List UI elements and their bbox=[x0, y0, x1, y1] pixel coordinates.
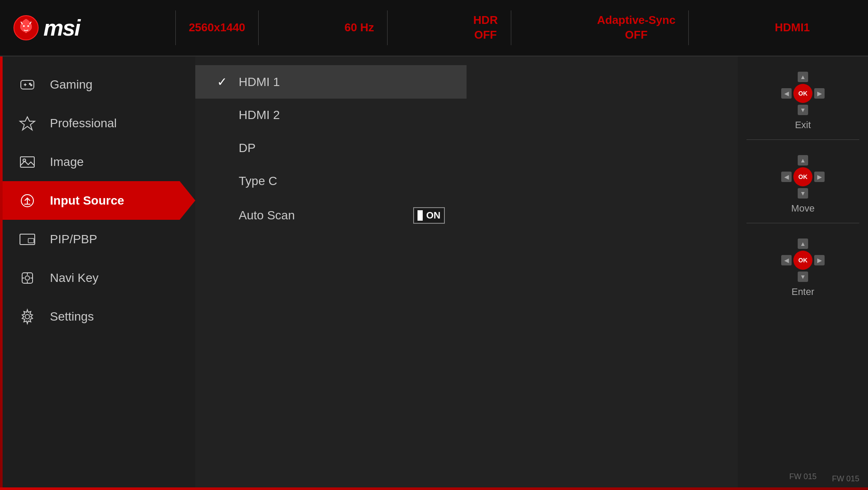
move-control: ◀ ▲ OK ▶ ▼ Move bbox=[781, 155, 825, 214]
hdr-value: OFF bbox=[474, 28, 497, 43]
svg-point-17 bbox=[25, 276, 30, 280]
svg-point-7 bbox=[30, 84, 32, 86]
enter-label: Enter bbox=[792, 286, 815, 298]
enter-control: ◀ ▲ OK ▶ ▼ Enter bbox=[781, 238, 825, 298]
svg-rect-9 bbox=[20, 157, 34, 167]
move-dpad: ◀ ▲ OK ▶ ▼ bbox=[781, 155, 825, 199]
adaptive-sync-label: Adaptive-Sync bbox=[597, 13, 676, 28]
red-accent-bottom bbox=[0, 487, 868, 490]
logo-area: msi bbox=[0, 15, 130, 41]
fw-version: FW 015 bbox=[789, 472, 816, 481]
professional-label: Professional bbox=[50, 116, 117, 130]
input-source-icon bbox=[17, 191, 37, 210]
option-type-c[interactable]: Type C bbox=[195, 165, 467, 198]
resolution-stat: 2560x1440 bbox=[175, 10, 259, 45]
refresh-rate-stat: 60 Hz bbox=[332, 10, 388, 45]
fw-version-bottom: FW 015 bbox=[832, 474, 859, 483]
move-left-arrow[interactable]: ◀ bbox=[781, 172, 792, 182]
input-source-label: Input Source bbox=[50, 194, 124, 208]
right-panel: ◀ ▲ OK ▶ ▼ Exit ◀ ▲ OK ▶ ▼ Move bbox=[738, 56, 868, 490]
toggle-on-text: ON bbox=[426, 210, 441, 221]
move-right-arrow[interactable]: ▶ bbox=[814, 172, 825, 182]
exit-right-arrow[interactable]: ▶ bbox=[814, 88, 825, 99]
exit-dpad: ◀ ▲ OK ▶ ▼ bbox=[781, 72, 825, 115]
option-dp[interactable]: DP bbox=[195, 132, 467, 165]
exit-label: Exit bbox=[795, 119, 811, 131]
sidebar-item-image[interactable]: Image bbox=[0, 142, 195, 181]
enter-ok-label: OK bbox=[799, 257, 808, 264]
auto-scan-toggle[interactable]: ON bbox=[413, 207, 445, 224]
divider-2 bbox=[746, 223, 859, 223]
header: msi 2560x1440 60 Hz HDR OFF Adaptive-Syn… bbox=[0, 0, 868, 56]
svg-point-1 bbox=[23, 25, 25, 27]
move-up-arrow[interactable]: ▲ bbox=[798, 155, 808, 166]
pip-pbp-label: PIP/PBP bbox=[50, 232, 97, 246]
svg-marker-8 bbox=[20, 117, 35, 130]
msi-logo-text: msi bbox=[43, 15, 80, 41]
red-accent-left bbox=[0, 56, 3, 490]
msi-dragon-icon bbox=[13, 15, 39, 41]
move-down-arrow[interactable]: ▼ bbox=[798, 188, 808, 199]
refresh-rate-value: 60 Hz bbox=[345, 20, 374, 35]
main-content: Gaming Professional Image bbox=[0, 56, 868, 490]
option-auto-scan[interactable]: Auto Scan ON bbox=[195, 198, 467, 233]
navi-key-label: Navi Key bbox=[50, 271, 99, 285]
settings-icon bbox=[17, 307, 37, 326]
empty-panel bbox=[467, 56, 738, 490]
gaming-label: Gaming bbox=[50, 78, 92, 92]
resolution-value: 2560x1440 bbox=[189, 20, 245, 35]
exit-left-arrow[interactable]: ◀ bbox=[781, 88, 792, 99]
sidebar-item-pip-pbp[interactable]: PIP/PBP bbox=[0, 220, 195, 258]
enter-left-arrow[interactable]: ◀ bbox=[781, 255, 792, 265]
exit-up-arrow[interactable]: ▲ bbox=[798, 72, 808, 82]
exit-control: ◀ ▲ OK ▶ ▼ Exit bbox=[781, 72, 825, 131]
sidebar-item-input-source[interactable]: Input Source bbox=[0, 181, 195, 220]
move-ok-button[interactable]: OK bbox=[793, 167, 812, 186]
adaptive-sync-stat: Adaptive-Sync OFF bbox=[584, 10, 689, 45]
gaming-icon bbox=[17, 75, 37, 94]
sidebar-item-settings[interactable]: Settings bbox=[0, 297, 195, 336]
move-ok-label: OK bbox=[799, 173, 808, 180]
input-stat: HDMI1 bbox=[762, 10, 823, 45]
svg-point-2 bbox=[27, 25, 29, 27]
hdmi1-label: HDMI 1 bbox=[239, 75, 280, 89]
option-hdmi1[interactable]: ✓ HDMI 1 bbox=[195, 65, 467, 99]
image-icon bbox=[17, 152, 37, 172]
sidebar-item-professional[interactable]: Professional bbox=[0, 104, 195, 142]
enter-right-arrow[interactable]: ▶ bbox=[814, 255, 825, 265]
image-label: Image bbox=[50, 155, 84, 169]
navi-key-icon bbox=[17, 268, 37, 288]
auto-scan-label: Auto Scan bbox=[239, 209, 295, 222]
toggle-indicator bbox=[418, 210, 423, 221]
check-icon: ✓ bbox=[217, 75, 230, 89]
move-label: Move bbox=[791, 203, 815, 214]
input-value: HDMI1 bbox=[775, 20, 810, 35]
settings-label: Settings bbox=[50, 310, 94, 324]
sidebar-item-gaming[interactable]: Gaming bbox=[0, 65, 195, 104]
hdr-stat: HDR OFF bbox=[460, 10, 511, 45]
professional-icon bbox=[17, 113, 37, 133]
hdr-label: HDR bbox=[473, 13, 498, 28]
hdmi2-label: HDMI 2 bbox=[239, 108, 280, 122]
exit-ok-label: OK bbox=[799, 90, 808, 97]
exit-down-arrow[interactable]: ▼ bbox=[798, 105, 808, 115]
adaptive-sync-value: OFF bbox=[625, 28, 648, 43]
type-c-label: Type C bbox=[239, 174, 277, 188]
svg-point-6 bbox=[29, 83, 30, 84]
dp-label: DP bbox=[239, 141, 256, 155]
svg-point-22 bbox=[25, 315, 30, 319]
enter-up-arrow[interactable]: ▲ bbox=[798, 238, 808, 249]
sidebar-item-navi-key[interactable]: Navi Key bbox=[0, 258, 195, 297]
divider-1 bbox=[746, 139, 859, 140]
sidebar: Gaming Professional Image bbox=[0, 56, 195, 490]
pip-pbp-icon bbox=[17, 229, 37, 249]
exit-ok-button[interactable]: OK bbox=[793, 84, 812, 103]
content-panel: ✓ HDMI 1 HDMI 2 DP Type C Auto Scan ON bbox=[195, 56, 467, 490]
option-hdmi2[interactable]: HDMI 2 bbox=[195, 99, 467, 132]
header-stats: 2560x1440 60 Hz HDR OFF Adaptive-Sync OF… bbox=[130, 10, 868, 45]
enter-ok-button[interactable]: OK bbox=[793, 251, 812, 270]
enter-down-arrow[interactable]: ▼ bbox=[798, 271, 808, 282]
svg-rect-15 bbox=[28, 238, 34, 243]
enter-dpad: ◀ ▲ OK ▶ ▼ bbox=[781, 238, 825, 282]
